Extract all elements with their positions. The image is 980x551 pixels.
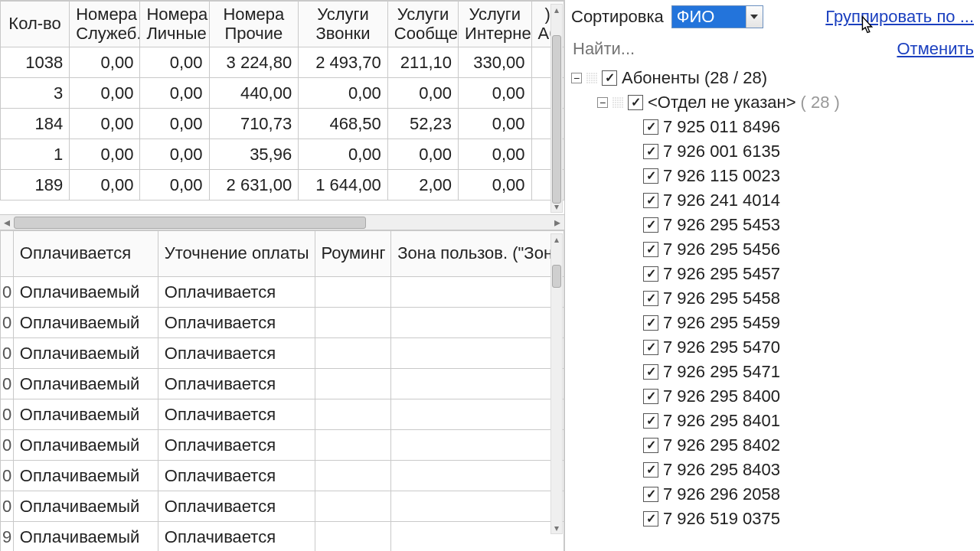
table-cell[interactable]	[315, 277, 391, 308]
scroll-thumb[interactable]	[14, 217, 366, 229]
tree-phone-row[interactable]: ✓7 926 295 8402	[571, 433, 974, 458]
table-cell[interactable]	[315, 369, 391, 399]
table-cell[interactable]: 0,00	[459, 139, 531, 170]
table-cell[interactable]: 0	[1, 277, 14, 308]
table-cell[interactable]: 468,50	[299, 109, 388, 139]
table-row[interactable]: 0ОплачиваемыйОплачивается	[1, 399, 564, 430]
tree-phone-row[interactable]: ✓7 926 296 2058	[571, 482, 974, 507]
table-cell[interactable]: 2 493,70	[299, 47, 388, 78]
column-header[interactable]: Роуминг	[315, 231, 391, 277]
column-header[interactable]: НомераПрочие	[209, 2, 299, 47]
tree-phone-row[interactable]: ✓7 926 115 0023	[571, 164, 974, 188]
table-cell[interactable]: 0	[1, 369, 14, 399]
table-cell[interactable]: 0,00	[70, 47, 140, 78]
checkbox[interactable]: ✓	[643, 340, 658, 355]
table-cell[interactable]: Оплачивается	[158, 399, 315, 430]
checkbox[interactable]: ✓	[643, 413, 658, 429]
table-row[interactable]: 10380,000,003 224,802 493,70211,10330,00	[1, 47, 564, 78]
column-header[interactable]: УслугиИнтерне	[459, 2, 531, 47]
column-header[interactable]: НомераЛичные	[140, 2, 209, 47]
column-header[interactable]: НомераСлужеб.	[70, 2, 140, 47]
column-header[interactable]: УслугиСообще	[387, 2, 458, 47]
tree-phone-row[interactable]: ✓7 926 295 5471	[571, 360, 974, 384]
table-cell[interactable]	[315, 338, 391, 369]
table-cell[interactable]: 189	[1, 170, 70, 201]
table-cell[interactable]: 0,00	[387, 78, 458, 109]
summary-table[interactable]: Кол-воНомераСлужеб.НомераЛичныеНомераПро…	[0, 1, 564, 201]
table-row[interactable]: 0ОплачиваемыйОплачивается	[1, 338, 564, 369]
tree-phone-row[interactable]: ✓7 926 295 5459	[571, 311, 974, 335]
table-row[interactable]: 0ОплачиваемыйОплачивается	[1, 277, 564, 308]
detail-vertical-scrollbar[interactable]: ▴ ▾	[550, 233, 563, 534]
table-cell[interactable]: Оплачиваемый	[13, 369, 158, 399]
table-cell[interactable]	[315, 308, 391, 338]
checkbox[interactable]: ✓	[643, 242, 658, 257]
table-cell[interactable]	[391, 430, 564, 461]
table-cell[interactable]	[391, 308, 564, 338]
scroll-down-icon[interactable]: ▾	[551, 523, 562, 533]
table-cell[interactable]	[315, 491, 391, 522]
table-cell[interactable]: 0,00	[459, 78, 531, 109]
tree-phone-row[interactable]: ✓7 926 295 5470	[571, 335, 974, 360]
table-cell[interactable]: 9	[1, 522, 14, 552]
checkbox[interactable]: ✓	[643, 217, 658, 233]
cancel-link[interactable]: Отменить	[897, 39, 974, 59]
tree-phone-row[interactable]: ✓7 926 001 6135	[571, 139, 974, 164]
checkbox[interactable]: ✓	[643, 193, 658, 208]
table-cell[interactable]: 0,00	[140, 47, 209, 78]
table-cell[interactable]: Оплачивается	[158, 338, 315, 369]
table-cell[interactable]: 0,00	[459, 170, 531, 201]
tree-phone-row[interactable]: ✓7 926 295 5456	[571, 237, 974, 262]
table-cell[interactable]: 2 631,00	[209, 170, 299, 201]
table-cell[interactable]: 0,00	[140, 139, 209, 170]
table-cell[interactable]: 0	[1, 308, 14, 338]
table-cell[interactable]: 0,00	[140, 78, 209, 109]
table-row[interactable]: 1890,000,002 631,001 644,002,000,00	[1, 170, 564, 201]
checkbox[interactable]: ✓	[643, 462, 658, 478]
table-cell[interactable]: 0,00	[70, 139, 140, 170]
scroll-up-icon[interactable]: ▴	[551, 5, 562, 15]
table-cell[interactable]: 0	[1, 338, 14, 369]
checkbox[interactable]: ✓	[643, 168, 658, 184]
table-cell[interactable]: Оплачиваемый	[13, 277, 158, 308]
table-cell[interactable]: Оплачиваемый	[13, 338, 158, 369]
table-cell[interactable]: 710,73	[209, 109, 299, 139]
table-cell[interactable]: 0,00	[140, 170, 209, 201]
table-row[interactable]: 9ОплачиваемыйОплачивается	[1, 522, 564, 552]
table-cell[interactable]: 0,00	[299, 139, 388, 170]
table-cell[interactable]: 35,96	[209, 139, 299, 170]
table-cell[interactable]: 211,10	[387, 47, 458, 78]
table-cell[interactable]	[315, 430, 391, 461]
checkbox[interactable]: ✓	[643, 389, 658, 404]
table-cell[interactable]: Оплачиваемый	[13, 461, 158, 491]
collapse-icon[interactable]: −	[597, 97, 608, 108]
column-header[interactable]	[1, 231, 14, 277]
table-cell[interactable]: 0	[1, 399, 14, 430]
table-cell[interactable]: 0,00	[70, 78, 140, 109]
checkbox[interactable]: ✓	[602, 70, 617, 86]
tree-phone-row[interactable]: ✓7 926 295 5453	[571, 213, 974, 237]
table-cell[interactable]: 52,23	[387, 109, 458, 139]
column-header[interactable]: Зона пользов. ("Зона	[391, 231, 564, 277]
table-cell[interactable]: 0,00	[387, 139, 458, 170]
scroll-right-icon[interactable]: ▸	[550, 215, 564, 230]
checkbox[interactable]: ✓	[643, 119, 658, 135]
scroll-track[interactable]	[14, 216, 550, 230]
tree-phone-row[interactable]: ✓7 926 241 4014	[571, 188, 974, 213]
tree-phone-row[interactable]: ✓7 926 295 5457	[571, 262, 974, 286]
tree-phone-row[interactable]: ✓7 926 295 8400	[571, 384, 974, 409]
table-cell[interactable]: Оплачивается	[158, 522, 315, 552]
checkbox[interactable]: ✓	[628, 95, 643, 110]
table-cell[interactable]: 1 644,00	[299, 170, 388, 201]
scroll-thumb[interactable]	[552, 265, 561, 288]
table-cell[interactable]: Оплачивается	[158, 430, 315, 461]
table-cell[interactable]: Оплачивается	[158, 308, 315, 338]
table-cell[interactable]: 0	[1, 461, 14, 491]
sort-dropdown[interactable]: ФИО	[671, 5, 763, 28]
column-header[interactable]: Уточнение оплаты	[158, 231, 315, 277]
table-cell[interactable]: 440,00	[209, 78, 299, 109]
scroll-left-icon[interactable]: ◂	[0, 215, 14, 230]
detail-table[interactable]: ОплачиваетсяУточнение оплатыРоумингЗона …	[0, 230, 564, 551]
table-cell[interactable]	[391, 338, 564, 369]
table-row[interactable]: 0ОплачиваемыйОплачивается	[1, 369, 564, 399]
